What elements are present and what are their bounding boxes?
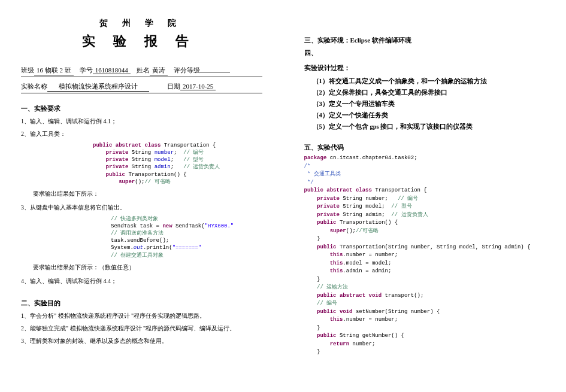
design-step-3: （3）定义一个专用运输车类 [313, 100, 546, 108]
section-2-head: 二、实验目的 [21, 299, 262, 308]
date-value: 2017-10-25 [180, 83, 216, 90]
name-label: 姓名 [137, 66, 150, 75]
design-step-2: （2）定义保养接口，具备交通工具的保养接口 [313, 89, 546, 97]
name-value: 黄涛 [150, 66, 168, 75]
sec1-line2: 2、输入工具类： [21, 129, 262, 138]
code-block-3: package cn.itcast.chapter04.task02; /* *… [304, 154, 546, 357]
grade-value [200, 72, 230, 72]
code-block-2: // 快递多列类对象 SendTask task = new SendTask(… [111, 215, 262, 259]
class-label: 班级 [21, 66, 34, 75]
sec2-line3: 3、理解类和对象的封装、继承以及多态的概念和使用。 [21, 336, 262, 345]
code-block-1: public abstract class Transportation { p… [93, 142, 262, 186]
section-3-head: 三、实验环境：Eclipse 软件编译环境 [304, 36, 546, 45]
design-step-4: （4）定义一个快递任务类 [313, 111, 546, 120]
design-step-5: （5）定义一个包含 gps 接口，和实现了该接口的仪器类 [313, 123, 546, 131]
date-label: 日期 [167, 82, 180, 91]
student-no-value: 1610818044 [93, 66, 131, 74]
sec2-line1: 1、学会分析" 模拟物流快递系统程序设计 "程序任务实现的逻辑思路。 [21, 311, 262, 320]
section-1-head: 一、实验要求 [21, 104, 262, 113]
section-5-head: 五、实验代码 [304, 143, 546, 152]
page-right: 三、实验环境：Eclipse 软件编译环境 四、 实验设计过程： （1）将交通工… [283, 0, 567, 392]
sec1-line4: 4、输入、编辑、调试和运行例 4.4； [21, 276, 262, 285]
page-left: 贺州学院 实验报告 班级 16 物联 2 班 学号 1610818044 姓名 … [0, 0, 283, 392]
sec2-line2: 2、能够独立完成" 模拟物流快递系统程序设计 "程序的源代码编写、编译及运行。 [21, 324, 262, 333]
grade-label: 评分等级 [174, 66, 200, 75]
info-row-2: 实验名称 模拟物流快递系统程序设计 日期 2017-10-25 [21, 82, 262, 93]
section-4-head: 四、 [304, 48, 546, 57]
sec1-line1: 1、输入、编辑、调试和运行例 4.1； [21, 117, 262, 126]
sec1-output-label2: 要求输出结果如下所示：（数值任意） [33, 263, 262, 272]
exp-name-label: 实验名称 [21, 82, 47, 91]
school-name: 贺州学院 [21, 18, 262, 29]
design-step-1: （1）将交通工具定义成一个抽象类，和一个抽象的运输方法 [313, 77, 546, 86]
sec1-line3: 3、从键盘中输入基本信息将它们输出。 [21, 203, 262, 212]
class-value: 16 物联 2 班 [34, 66, 74, 75]
exp-name-value: 模拟物流快递系统程序设计 [47, 82, 149, 92]
report-title: 实验报告 [21, 32, 262, 50]
design-head: 实验设计过程： [304, 63, 546, 72]
info-row-1: 班级 16 物联 2 班 学号 1610818044 姓名 黄涛 评分等级 [21, 66, 262, 77]
sec1-output-label1: 要求输出结果如下所示： [33, 189, 262, 198]
student-no-label: 学号 [80, 66, 93, 75]
